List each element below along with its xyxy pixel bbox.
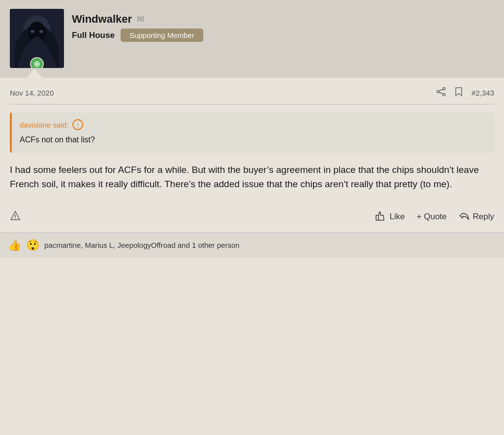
share-icon[interactable] — [436, 87, 446, 99]
quote-up-arrow[interactable]: ↑ — [72, 119, 83, 130]
reply-icon — [459, 211, 470, 223]
post-header: Windwalker ✉ Full House Supporting Membe… — [0, 0, 504, 68]
post-number: #2,343 — [472, 89, 494, 97]
svg-line-15 — [439, 92, 443, 94]
svg-point-12 — [443, 94, 445, 96]
post-body: Nov 14, 2020 #2,343 — [0, 78, 504, 233]
divider — [10, 104, 494, 104]
avatar-wrapper — [10, 9, 64, 68]
header-pointer — [0, 68, 504, 78]
svg-line-14 — [439, 89, 443, 91]
reply-button[interactable]: Reply — [459, 211, 494, 223]
thumbs-up-emoji: 👍 — [8, 239, 21, 252]
post-meta: Nov 14, 2020 #2,343 — [10, 78, 494, 104]
svg-point-17 — [15, 218, 16, 219]
svg-point-11 — [443, 88, 445, 90]
like-icon — [375, 211, 386, 223]
meta-actions: #2,343 — [436, 87, 494, 99]
svg-point-3 — [31, 30, 34, 33]
supporting-member-badge: Supporting Member — [121, 29, 203, 42]
post-actions: Like + Quote Reply — [10, 205, 494, 233]
reactions-text: pacmartine, Marius L, JeepologyOffroad a… — [44, 241, 240, 249]
username-row: Windwalker ✉ — [72, 13, 494, 26]
user-info: Windwalker ✉ Full House Supporting Membe… — [72, 9, 494, 42]
post-container: Windwalker ✉ Full House Supporting Membe… — [0, 0, 504, 435]
post-date: Nov 14, 2020 — [10, 89, 436, 97]
quote-button[interactable]: + Quote — [417, 212, 447, 222]
mail-icon[interactable]: ✉ — [137, 14, 144, 25]
svg-point-13 — [437, 91, 440, 93]
action-left — [10, 210, 375, 224]
quote-author: davislane said: ↑ — [20, 119, 486, 130]
rank-text: Full House — [72, 31, 115, 40]
post-content: I had some feelers out for ACFs for a wh… — [10, 163, 494, 192]
reactions-row: 👍 😲 pacmartine, Marius L, JeepologyOffro… — [0, 233, 504, 258]
alert-icon[interactable] — [10, 212, 21, 223]
svg-point-10 — [36, 63, 38, 66]
username[interactable]: Windwalker — [72, 13, 132, 26]
quote-text: ACFs not on that list? — [20, 134, 486, 146]
user-rank-row: Full House Supporting Member — [72, 29, 494, 42]
quote-block: davislane said: ↑ ACFs not on that list? — [10, 112, 494, 153]
action-buttons: Like + Quote Reply — [375, 211, 494, 223]
like-button[interactable]: Like — [375, 211, 405, 223]
shocked-emoji: 😲 — [26, 239, 39, 252]
bookmark-icon[interactable] — [455, 87, 463, 99]
svg-point-4 — [39, 30, 43, 33]
